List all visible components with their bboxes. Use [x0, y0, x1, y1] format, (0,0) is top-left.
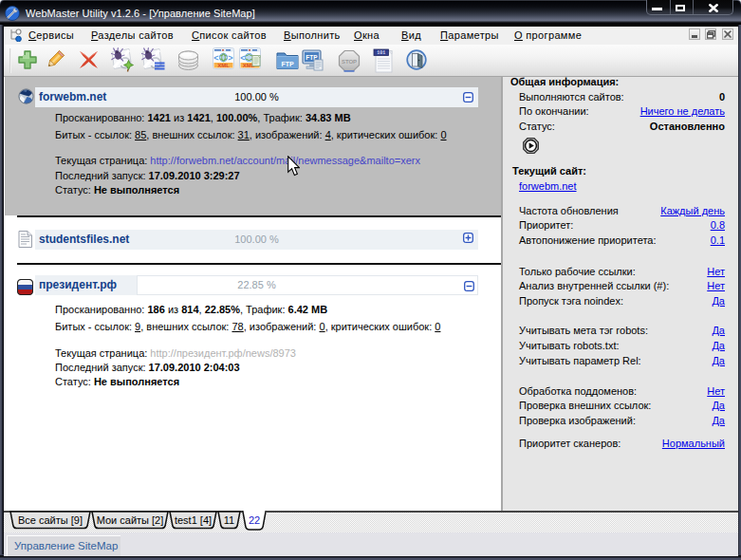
svg-text:<: < [213, 53, 218, 63]
svg-text:101: 101 [377, 50, 385, 56]
svg-text:>: > [228, 53, 232, 63]
svg-text:STOP: STOP [342, 59, 357, 65]
svg-text:XML: XML [217, 63, 230, 68]
svg-text:<: < [240, 53, 245, 63]
svg-text:FTP: FTP [281, 61, 294, 67]
